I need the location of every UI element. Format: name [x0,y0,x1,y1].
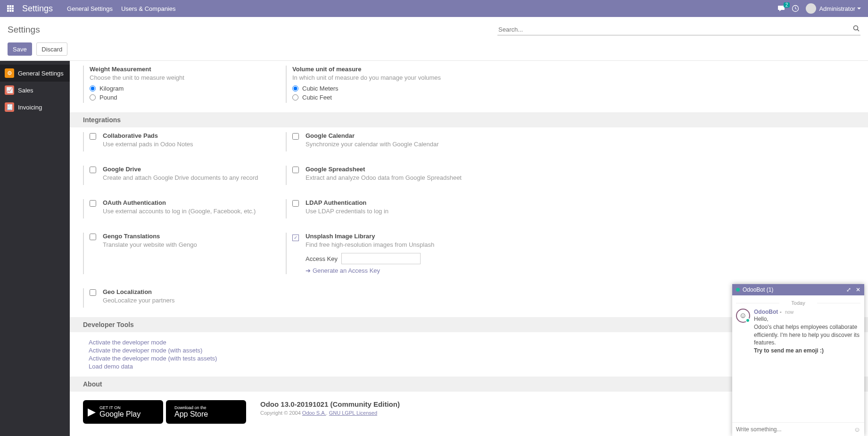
chat-message-text: Hello, Odoo's chat helps employees colla… [754,315,860,355]
setting-desc: Choose the unit to measure weight [90,74,272,81]
settings-sidebar: ⚙ General Settings 📈 Sales 🧾 Invoicing [0,61,70,436]
action-buttons: Save Discard [0,38,868,60]
setting-google-drive: Google DriveCreate and attach Google Dri… [83,166,272,185]
radio-cubic-feet[interactable]: Cubic Feet [292,94,474,101]
setting-collaborative-pads: Collaborative PadsUse external pads in O… [83,132,272,151]
chat-message: ☺ OdooBot - now Hello, Odoo's chat helps… [736,309,860,355]
license-link[interactable]: GNU LGPL Licensed [329,410,377,416]
presence-dot-icon [745,318,750,323]
checkbox-unsplash[interactable]: ✓ [292,235,299,241]
message-count-badge: 2 [784,2,790,8]
setting-title: Volume unit of measure [292,66,474,73]
setting-unsplash: ✓ Unsplash Image Library Find free high-… [286,233,474,274]
odoo-version: Odoo 13.0-20191021 (Community Edition) [260,400,400,408]
setting-ldap: LDAP AuthenticationUse LDAP credentials … [286,199,474,218]
bot-avatar-icon: ☺ [736,309,750,323]
checkbox-gsheet[interactable] [292,167,299,173]
odoo-sa-link[interactable]: Odoo S.A. [302,410,326,416]
emoji-icon[interactable]: ☺ [854,426,860,433]
messages-icon[interactable]: 2 [777,5,785,12]
sidebar-item-label: Sales [18,87,33,94]
setting-desc: In which unit of measure do you manage y… [292,74,474,81]
checkbox-oauth[interactable] [90,200,96,207]
search-input[interactable] [497,24,860,35]
setting-volume-measurement: Volume unit of measure In which unit of … [286,66,474,103]
checkbox-pads[interactable] [90,133,96,140]
chart-icon: 📈 [5,85,14,95]
checkbox-geo[interactable] [90,289,96,296]
nav-users-companies[interactable]: Users & Companies [121,5,176,12]
expand-icon[interactable]: ⤢ [846,286,851,293]
apps-menu-icon[interactable] [7,5,14,12]
radio-kilogram[interactable]: Kilogram [90,85,272,92]
user-menu[interactable]: Administrator [806,3,861,14]
checkbox-gengo[interactable] [90,234,96,240]
document-icon: 🧾 [5,102,14,112]
google-play-button[interactable]: ▶ GET IT ONGoogle Play [83,400,163,424]
save-button[interactable]: Save [8,42,32,56]
setting-title: Weight Measurement [90,66,272,73]
app-title: Settings [22,4,53,14]
chat-sender: OdooBot [754,309,778,315]
top-bar: Settings General Settings Users & Compan… [0,0,868,17]
svg-point-1 [854,26,858,30]
checkbox-ldap[interactable] [292,200,299,207]
chat-time: now [785,310,794,315]
setting-oauth: OAuth AuthenticationUse external account… [83,199,272,218]
nav-general-settings[interactable]: General Settings [67,5,113,12]
app-store-button[interactable]: Download on theApp Store [166,400,246,424]
generate-access-key-link[interactable]: ➔Generate an Access Key [306,267,380,274]
chat-title: OdooBot (1) [743,286,773,293]
sidebar-item-label: Invoicing [18,104,42,111]
discard-button[interactable]: Discard [36,42,67,56]
presence-indicator-icon [736,288,740,292]
radio-pound[interactable]: Pound [90,94,272,101]
checkbox-gdrive[interactable] [90,167,96,173]
search-icon[interactable] [853,25,860,33]
radio-cubic-meters[interactable]: Cubic Meters [292,85,474,92]
sidebar-item-sales[interactable]: 📈 Sales [0,82,70,99]
arrow-right-icon: ➔ [306,267,311,274]
sidebar-item-label: General Settings [18,70,64,77]
chat-header[interactable]: OdooBot (1) ⤢ ✕ [732,284,864,295]
checkbox-gcal[interactable] [292,133,299,140]
chat-body[interactable]: Today ☺ OdooBot - now Hello, Odoo's chat… [732,295,864,422]
control-panel: Settings [0,17,868,38]
gear-icon: ⚙ [5,68,14,78]
avatar-icon [806,3,816,14]
sidebar-item-general[interactable]: ⚙ General Settings [0,65,70,82]
chat-date-separator: Today [736,300,860,306]
chat-input-row: ☺ [732,422,864,436]
chat-input[interactable] [736,426,854,433]
section-integrations: Integrations [70,112,868,127]
setting-weight-measurement: Weight Measurement Choose the unit to me… [83,66,272,103]
setting-gengo: Gengo TranslationsTranslate your website… [83,233,272,274]
search-container [497,24,860,35]
sidebar-item-invoicing[interactable]: 🧾 Invoicing [0,99,70,116]
setting-geo-localization: Geo LocalizationGeoLocalize your partner… [83,288,272,308]
page-title: Settings [8,25,40,35]
chat-window: OdooBot (1) ⤢ ✕ Today ☺ OdooBot - now He… [732,284,864,436]
user-name: Administrator [819,5,855,12]
google-play-icon: ▶ [88,406,96,418]
setting-google-spreadsheet: Google SpreadsheetExtract and analyze Od… [286,166,474,185]
chevron-down-icon [857,8,861,9]
copyright-text: Copyright © 2004 Odoo S.A.. GNU LGPL Lic… [260,410,400,416]
close-icon[interactable]: ✕ [856,286,860,293]
setting-google-calendar: Google CalendarSynchronize your calendar… [286,132,474,151]
activity-icon[interactable] [792,5,799,12]
access-key-input[interactable] [341,253,421,264]
access-key-label: Access Key [306,255,338,262]
